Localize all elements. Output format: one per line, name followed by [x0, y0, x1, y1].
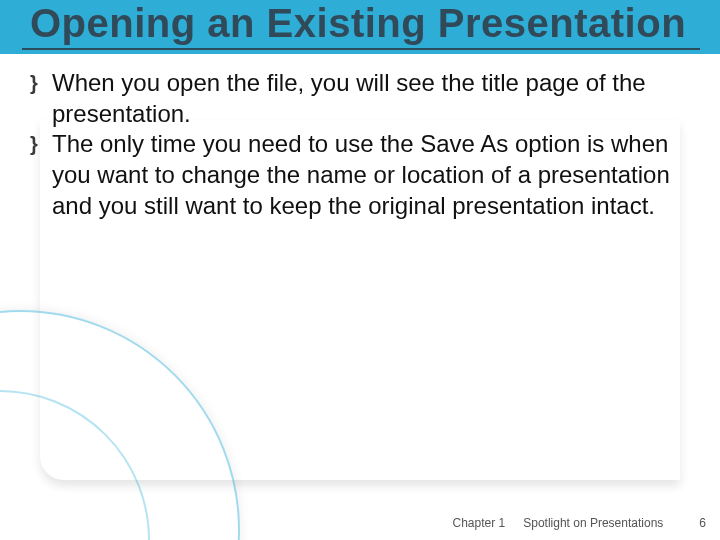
slide-title: Opening an Existing Presentation: [0, 0, 720, 46]
body-area: } When you open the file, you will see t…: [0, 54, 720, 222]
bullet-icon: }: [30, 129, 52, 159]
footer-book: Spotlight on Presentations: [523, 516, 663, 530]
decorative-circle-outer: [0, 310, 240, 540]
bullet-text: The only time you need to use the Save A…: [52, 129, 692, 221]
title-underline: [22, 48, 700, 50]
title-band: Opening an Existing Presentation: [0, 0, 720, 54]
bullet-text: When you open the file, you will see the…: [52, 68, 692, 129]
footer: Chapter 1 Spotlight on Presentations 6: [453, 516, 706, 530]
bullet-icon: }: [30, 68, 52, 98]
footer-chapter: Chapter 1: [453, 516, 506, 530]
list-item: } When you open the file, you will see t…: [30, 68, 692, 129]
decorative-circle-inner: [0, 390, 150, 540]
footer-page-number: 6: [699, 516, 706, 530]
list-item: } The only time you need to use the Save…: [30, 129, 692, 221]
slide: Opening an Existing Presentation } When …: [0, 0, 720, 540]
